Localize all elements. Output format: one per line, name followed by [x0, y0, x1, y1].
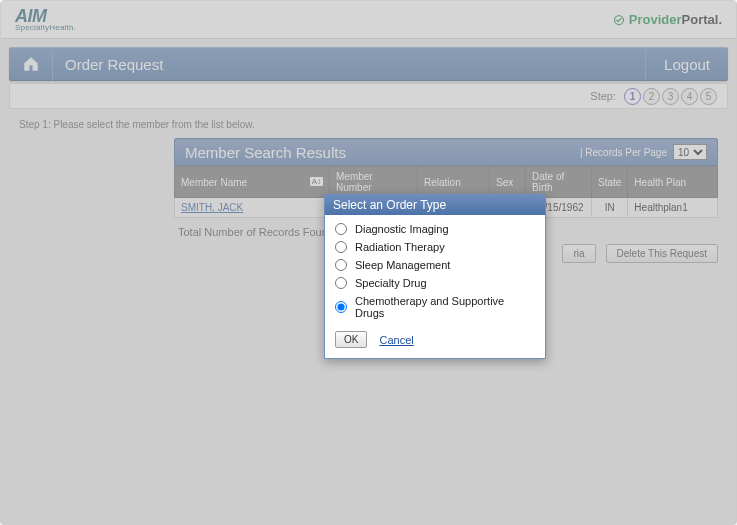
order-type-option[interactable]: Chemotherapy and Supportive Drugs: [335, 295, 535, 319]
order-type-radio[interactable]: [335, 223, 347, 235]
order-type-label: Chemotherapy and Supportive Drugs: [355, 295, 535, 319]
order-type-label: Specialty Drug: [355, 277, 427, 289]
order-type-radio[interactable]: [335, 277, 347, 289]
cancel-link[interactable]: Cancel: [379, 334, 413, 346]
order-type-label: Sleep Management: [355, 259, 450, 271]
order-type-option[interactable]: Diagnostic Imaging: [335, 223, 535, 235]
order-type-option[interactable]: Specialty Drug: [335, 277, 535, 289]
modal-actions: OK Cancel: [325, 325, 545, 358]
order-type-option[interactable]: Radiation Therapy: [335, 241, 535, 253]
app-viewport: AIM SpecialtyHealth. ProviderPortal. Ord…: [0, 0, 737, 525]
order-type-radio[interactable]: [335, 259, 347, 271]
order-type-label: Radiation Therapy: [355, 241, 445, 253]
order-type-label: Diagnostic Imaging: [355, 223, 449, 235]
modal-title: Select an Order Type: [325, 195, 545, 215]
ok-button[interactable]: OK: [335, 331, 367, 348]
order-type-option[interactable]: Sleep Management: [335, 259, 535, 271]
order-type-radio[interactable]: [335, 301, 347, 313]
modal-options: Diagnostic ImagingRadiation TherapySleep…: [325, 215, 545, 325]
order-type-modal: Select an Order Type Diagnostic ImagingR…: [324, 194, 546, 359]
order-type-radio[interactable]: [335, 241, 347, 253]
